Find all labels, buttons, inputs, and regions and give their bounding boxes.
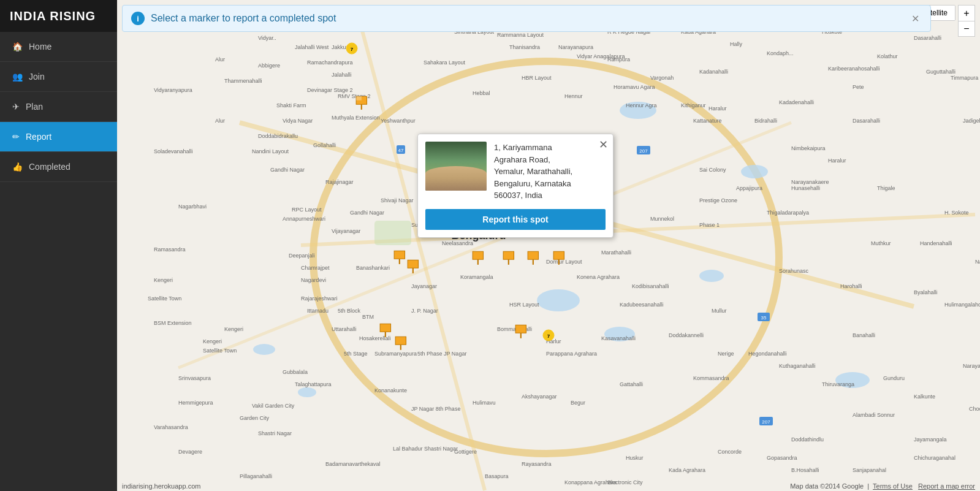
svg-text:Garden City: Garden City — [240, 415, 270, 421]
zoom-in-button[interactable]: + — [958, 5, 975, 21]
svg-text:Karibeeranahosahalli: Karibeeranahosahalli — [828, 66, 880, 72]
svg-text:Concorde: Concorde — [718, 449, 742, 455]
svg-text:Thiruvaranga: Thiruvaranga — [822, 381, 854, 387]
svg-text:Narayanakere: Narayanakere — [975, 259, 980, 265]
svg-text:5th Stage: 5th Stage — [344, 351, 368, 357]
svg-text:Gandhi Nagar: Gandhi Nagar — [350, 210, 384, 216]
svg-text:Muthkur: Muthkur — [871, 240, 891, 246]
svg-text:Gattahalli: Gattahalli — [620, 381, 643, 387]
svg-text:7: 7 — [351, 47, 354, 52]
svg-text:Yeshwanthpur: Yeshwanthpur — [381, 118, 416, 124]
zoom-out-button[interactable]: − — [958, 21, 975, 37]
map-marker-2[interactable] — [406, 259, 422, 275]
svg-text:Alambadi Sonnur: Alambadi Sonnur — [853, 412, 895, 418]
app-title: INDIA RISING — [0, 0, 117, 32]
svg-text:Vidyar..: Vidyar.. — [258, 35, 276, 41]
popup-content: 1, Kariyammana Agrahara Road, Yemalur, M… — [425, 142, 606, 202]
svg-text:Jadigehalli: Jadigehalli — [963, 118, 980, 124]
sidebar-item-report[interactable]: ✏ Report — [0, 122, 117, 152]
svg-text:Vijayanagar: Vijayanagar — [332, 228, 360, 234]
svg-text:Appajipura: Appajipura — [736, 185, 762, 191]
terms-link[interactable]: Terms of Use — [873, 482, 913, 490]
svg-text:Choodaganahalli: Choodaganahalli — [969, 406, 980, 412]
popup-close-button[interactable]: ✕ — [599, 138, 608, 151]
svg-text:Gopasandra: Gopasandra — [767, 455, 797, 461]
map-marker-9[interactable] — [514, 324, 530, 340]
svg-text:Kengeri: Kengeri — [203, 338, 222, 344]
svg-text:Konena Agrahara: Konena Agrahara — [577, 274, 620, 280]
sidebar-item-join[interactable]: 👥 Join — [0, 62, 117, 92]
svg-text:Lal Bahadur Shastri Nagar: Lal Bahadur Shastri Nagar — [393, 446, 458, 452]
svg-text:Shakti Farm: Shakti Farm — [276, 102, 306, 108]
svg-text:Devagere: Devagere — [178, 449, 202, 455]
svg-text:Gunduru: Gunduru — [883, 375, 905, 381]
svg-text:Muthyala Extension: Muthyala Extension — [332, 115, 380, 121]
svg-text:Byalahalli: Byalahalli — [914, 289, 938, 295]
svg-text:Kodibisanahalli: Kodibisanahalli — [632, 283, 669, 289]
svg-text:Jalahalli West: Jalahalli West — [295, 44, 329, 50]
svg-text:5th Phase JP Nagar: 5th Phase JP Nagar — [417, 351, 466, 357]
svg-text:Nerige: Nerige — [718, 351, 734, 357]
sidebar-item-plan[interactable]: ✈ Plan — [0, 92, 117, 122]
svg-text:Sahakara Layout: Sahakara Layout — [424, 59, 466, 66]
svg-text:Phase 1: Phase 1 — [699, 222, 720, 228]
svg-text:Harohalli: Harohalli — [840, 283, 862, 289]
map-container[interactable]: Bengaluru Kempapura Agrahara Aditya Jakk… — [117, 0, 980, 491]
url-text: indiarising.herokuapp.com — [122, 482, 200, 490]
map-marker-6[interactable] — [552, 250, 568, 266]
svg-text:Prestige Ozone: Prestige Ozone — [699, 197, 737, 204]
svg-text:Hennur Agra: Hennur Agra — [626, 102, 657, 108]
svg-text:Kadanahalli: Kadanahalli — [699, 69, 728, 75]
svg-text:Basapura: Basapura — [485, 473, 509, 479]
svg-text:Hulimangalahosakote: Hulimangalahosakote — [944, 302, 980, 308]
svg-text:Ramachandrapura: Ramachandrapura — [307, 59, 353, 66]
map-copyright: Map data ©2014 Google — [790, 482, 864, 490]
sidebar-item-completed[interactable]: 👍 Completed — [0, 152, 117, 182]
svg-text:RPC Layout: RPC Layout — [292, 207, 322, 213]
zoom-controls: + − — [958, 5, 975, 37]
svg-marker-224 — [515, 325, 526, 333]
map-marker-4[interactable] — [502, 250, 518, 266]
svg-text:Timmapura: Timmapura — [951, 75, 978, 81]
report-this-spot-button[interactable]: Report this spot — [425, 209, 606, 230]
svg-text:Kada Agrahara: Kada Agrahara — [669, 467, 705, 473]
svg-text:Hennur: Hennur — [564, 93, 583, 99]
svg-text:Vargonah: Vargonah — [650, 75, 674, 81]
svg-text:Kadubeesanahalli: Kadubeesanahalli — [620, 302, 664, 308]
svg-text:Thammenahalli: Thammenahalli — [224, 78, 262, 84]
svg-text:Pillaganahalli: Pillaganahalli — [240, 473, 272, 479]
svg-text:Kalkunte: Kalkunte — [914, 394, 935, 400]
svg-text:Hemmigepura: Hemmigepura — [178, 400, 213, 406]
svg-text:Dasarahalli: Dasarahalli — [914, 35, 941, 41]
svg-text:Thigale: Thigale — [877, 185, 895, 191]
svg-text:Thanisandra: Thanisandra — [509, 44, 540, 50]
svg-text:Doddabidrakallu: Doddabidrakallu — [258, 133, 298, 139]
map-marker-7[interactable] — [379, 322, 395, 338]
svg-text:Sorahunasc: Sorahunasc — [779, 268, 809, 274]
map-background: Bengaluru Kempapura Agrahara Aditya Jakk… — [117, 0, 980, 491]
svg-text:Hulimavu: Hulimavu — [473, 400, 496, 406]
svg-marker-212 — [473, 251, 483, 259]
sidebar-item-home[interactable]: 🏠 Home — [0, 32, 117, 62]
info-banner-text: Select a marker to report a completed sp… — [151, 13, 903, 24]
svg-text:Kasavanahalli: Kasavanahalli — [601, 335, 636, 341]
svg-text:Konanakunte: Konanakunte — [374, 387, 407, 394]
svg-text:Hunasehalli: Hunasehalli — [791, 185, 820, 191]
svg-marker-218 — [553, 251, 564, 259]
report-map-error-link[interactable]: Report a map error — [918, 482, 975, 490]
svg-text:Rajarajeshwari: Rajarajeshwari — [301, 295, 338, 302]
map-marker-3[interactable] — [471, 250, 487, 266]
svg-text:Uttarahalli: Uttarahalli — [332, 326, 357, 332]
popup-image — [425, 142, 487, 191]
svg-text:Vidyar Anagalapura: Vidyar Anagalapura — [577, 53, 625, 59]
map-marker-8[interactable] — [394, 335, 410, 351]
map-marker-5[interactable] — [526, 250, 542, 266]
svg-text:Srinvasapura: Srinvasapura — [178, 375, 211, 381]
svg-marker-220 — [380, 324, 390, 332]
info-banner-close-button[interactable]: ✕ — [909, 13, 922, 25]
svg-text:Horamavu Agara: Horamavu Agara — [613, 84, 655, 90]
svg-text:J. P. Nagar: J. P. Nagar — [411, 308, 438, 314]
svg-text:Satellite Town: Satellite Town — [148, 295, 181, 302]
map-marker-nagavara[interactable] — [355, 95, 371, 111]
svg-text:Banashankari: Banashankari — [356, 265, 390, 271]
